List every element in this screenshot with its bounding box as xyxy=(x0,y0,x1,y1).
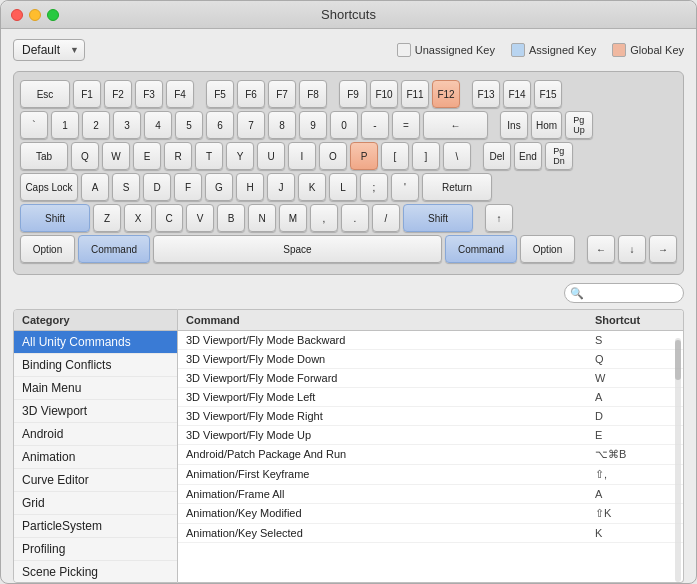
table-row[interactable]: 3D Viewport/Fly Mode Left A xyxy=(178,388,683,407)
table-row[interactable]: Animation/Key Modified ⇧K xyxy=(178,504,683,524)
sidebar-item-curve-editor[interactable]: Curve Editor xyxy=(14,469,177,492)
key-9[interactable]: 9 xyxy=(299,111,327,139)
table-row[interactable]: Animation/Frame All A xyxy=(178,485,683,504)
key-f10[interactable]: F10 xyxy=(370,80,398,108)
table-row[interactable]: 3D Viewport/Fly Mode Forward W xyxy=(178,369,683,388)
sidebar-item-all-unity-commands[interactable]: All Unity Commands xyxy=(14,331,177,354)
key-arrow-down[interactable]: ↓ xyxy=(618,235,646,263)
key-w[interactable]: W xyxy=(102,142,130,170)
key-command-right[interactable]: Command xyxy=(445,235,517,263)
key-1[interactable]: 1 xyxy=(51,111,79,139)
key-arrow-up[interactable]: ↑ xyxy=(485,204,513,232)
key-v[interactable]: V xyxy=(186,204,214,232)
key-o[interactable]: O xyxy=(319,142,347,170)
key-backslash[interactable]: \ xyxy=(443,142,471,170)
sidebar-item-android[interactable]: Android xyxy=(14,423,177,446)
key-esc[interactable]: Esc xyxy=(20,80,70,108)
key-a[interactable]: A xyxy=(81,173,109,201)
key-b[interactable]: B xyxy=(217,204,245,232)
key-p[interactable]: P xyxy=(350,142,378,170)
key-capslock[interactable]: Caps Lock xyxy=(20,173,78,201)
key-lbracket[interactable]: [ xyxy=(381,142,409,170)
sidebar-item-particlesystem[interactable]: ParticleSystem xyxy=(14,515,177,538)
key-comma[interactable]: , xyxy=(310,204,338,232)
key-quote[interactable]: ' xyxy=(391,173,419,201)
key-z[interactable]: Z xyxy=(93,204,121,232)
table-row[interactable]: Animation/First Keyframe ⇧, xyxy=(178,465,683,485)
key-f3[interactable]: F3 xyxy=(135,80,163,108)
key-equals[interactable]: = xyxy=(392,111,420,139)
key-k[interactable]: K xyxy=(298,173,326,201)
sidebar-item-grid[interactable]: Grid xyxy=(14,492,177,515)
sidebar-item-scene-picking[interactable]: Scene Picking xyxy=(14,561,177,583)
key-x[interactable]: X xyxy=(124,204,152,232)
sidebar-item-main-menu[interactable]: Main Menu xyxy=(14,377,177,400)
key-pgup[interactable]: PgUp xyxy=(565,111,593,139)
key-2[interactable]: 2 xyxy=(82,111,110,139)
key-space[interactable]: Space xyxy=(153,235,442,263)
key-f7[interactable]: F7 xyxy=(268,80,296,108)
key-shift-left[interactable]: Shift xyxy=(20,204,90,232)
key-f12[interactable]: F12 xyxy=(432,80,460,108)
key-f15[interactable]: F15 xyxy=(534,80,562,108)
key-tab[interactable]: Tab xyxy=(20,142,68,170)
table-row[interactable]: Android/Patch Package And Run ⌥⌘B xyxy=(178,445,683,465)
key-4[interactable]: 4 xyxy=(144,111,172,139)
profile-dropdown[interactable]: Default Custom xyxy=(13,39,85,61)
key-8[interactable]: 8 xyxy=(268,111,296,139)
table-row[interactable]: 3D Viewport/Fly Mode Up E xyxy=(178,426,683,445)
key-f5[interactable]: F5 xyxy=(206,80,234,108)
key-pgdn[interactable]: PgDn xyxy=(545,142,573,170)
key-g[interactable]: G xyxy=(205,173,233,201)
close-button[interactable] xyxy=(11,9,23,21)
key-f2[interactable]: F2 xyxy=(104,80,132,108)
key-f14[interactable]: F14 xyxy=(503,80,531,108)
key-period[interactable]: . xyxy=(341,204,369,232)
table-row[interactable]: 3D Viewport/Fly Mode Right D xyxy=(178,407,683,426)
key-5[interactable]: 5 xyxy=(175,111,203,139)
key-6[interactable]: 6 xyxy=(206,111,234,139)
key-option-left[interactable]: Option xyxy=(20,235,75,263)
key-minus[interactable]: - xyxy=(361,111,389,139)
key-r[interactable]: R xyxy=(164,142,192,170)
key-semicolon[interactable]: ; xyxy=(360,173,388,201)
key-rbracket[interactable]: ] xyxy=(412,142,440,170)
key-insert[interactable]: Ins xyxy=(500,111,528,139)
key-c[interactable]: C xyxy=(155,204,183,232)
minimize-button[interactable] xyxy=(29,9,41,21)
sidebar-item-binding-conflicts[interactable]: Binding Conflicts xyxy=(14,354,177,377)
key-i[interactable]: I xyxy=(288,142,316,170)
key-end[interactable]: End xyxy=(514,142,542,170)
key-shift-right[interactable]: Shift xyxy=(403,204,473,232)
key-j[interactable]: J xyxy=(267,173,295,201)
key-0[interactable]: 0 xyxy=(330,111,358,139)
maximize-button[interactable] xyxy=(47,9,59,21)
key-option-right[interactable]: Option xyxy=(520,235,575,263)
key-backtick[interactable]: ` xyxy=(20,111,48,139)
scrollbar-thumb[interactable] xyxy=(675,340,681,380)
key-h[interactable]: H xyxy=(236,173,264,201)
key-slash[interactable]: / xyxy=(372,204,400,232)
key-m[interactable]: M xyxy=(279,204,307,232)
key-f1[interactable]: F1 xyxy=(73,80,101,108)
key-f13[interactable]: F13 xyxy=(472,80,500,108)
key-q[interactable]: Q xyxy=(71,142,99,170)
key-home[interactable]: Hom xyxy=(531,111,562,139)
key-n[interactable]: N xyxy=(248,204,276,232)
key-u[interactable]: U xyxy=(257,142,285,170)
table-row[interactable]: 3D Viewport/Fly Mode Backward S xyxy=(178,331,683,350)
sidebar-item-animation[interactable]: Animation xyxy=(14,446,177,469)
key-y[interactable]: Y xyxy=(226,142,254,170)
key-s[interactable]: S xyxy=(112,173,140,201)
key-f4[interactable]: F4 xyxy=(166,80,194,108)
table-row[interactable]: Animation/Key Selected K xyxy=(178,524,683,543)
key-arrow-left[interactable]: ← xyxy=(587,235,615,263)
key-f6[interactable]: F6 xyxy=(237,80,265,108)
key-command-left[interactable]: Command xyxy=(78,235,150,263)
key-f[interactable]: F xyxy=(174,173,202,201)
key-7[interactable]: 7 xyxy=(237,111,265,139)
key-d[interactable]: D xyxy=(143,173,171,201)
key-f8[interactable]: F8 xyxy=(299,80,327,108)
sidebar-item-profiling[interactable]: Profiling xyxy=(14,538,177,561)
key-l[interactable]: L xyxy=(329,173,357,201)
